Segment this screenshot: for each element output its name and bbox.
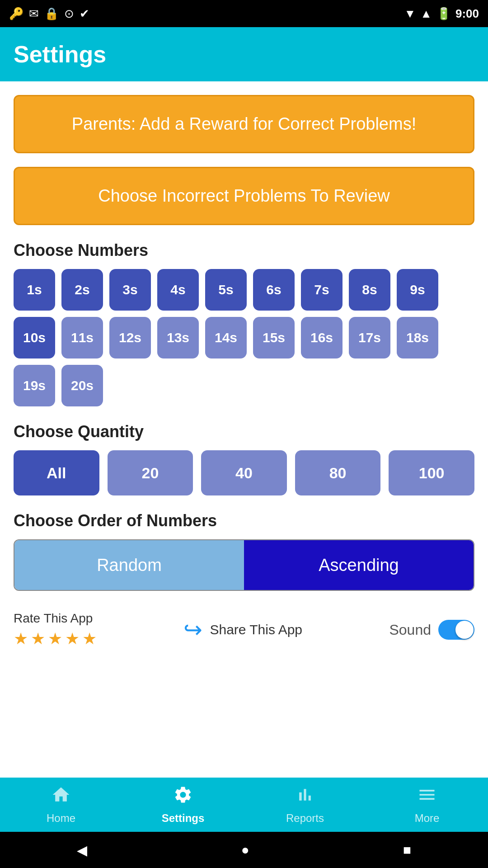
star-1: ★	[14, 629, 28, 648]
page-title: Settings	[14, 41, 106, 67]
choose-order-label: Choose Order of Numbers	[14, 511, 474, 530]
quantity-btn-40[interactable]: 40	[201, 450, 287, 495]
bottom-row: Rate This App ★ ★ ★ ★ ★ ↪ Share This App…	[14, 607, 474, 653]
order-btn-ascending[interactable]: Ascending	[244, 540, 474, 590]
sound-section: Sound	[389, 620, 474, 640]
toggle-knob	[455, 621, 474, 639]
number-btn-20s[interactable]: 20s	[61, 365, 103, 406]
number-btn-17s[interactable]: 17s	[349, 317, 390, 359]
bottom-nav: Home Settings Reports More	[0, 778, 488, 832]
number-grid: 1s 2s 3s 4s 5s 6s 7s 8s 9s 10s 11s 12s 1…	[14, 269, 474, 406]
nav-label-reports: Reports	[286, 812, 324, 825]
nav-item-settings[interactable]: Settings	[122, 785, 244, 825]
nav-item-more[interactable]: More	[366, 785, 488, 825]
main-content: Parents: Add a Reward for Correct Proble…	[0, 81, 488, 778]
recents-button[interactable]: ■	[403, 842, 411, 858]
key-icon: 🔑	[9, 7, 23, 21]
number-btn-16s[interactable]: 16s	[301, 317, 343, 359]
choose-quantity-label: Choose Quantity	[14, 422, 474, 441]
nav-label-home: Home	[47, 812, 75, 825]
number-btn-18s[interactable]: 18s	[397, 317, 438, 359]
review-button[interactable]: Choose Incorrect Problems To Review	[14, 167, 474, 225]
star-3: ★	[48, 629, 62, 648]
star-2: ★	[31, 629, 45, 648]
number-btn-5s[interactable]: 5s	[205, 269, 247, 311]
reward-button[interactable]: Parents: Add a Reward for Correct Proble…	[14, 95, 474, 153]
star-4: ★	[65, 629, 80, 648]
number-btn-11s[interactable]: 11s	[61, 317, 103, 359]
number-btn-10s[interactable]: 10s	[14, 317, 55, 359]
quantity-btn-100[interactable]: 100	[389, 450, 474, 495]
number-btn-3s[interactable]: 3s	[109, 269, 151, 311]
number-btn-14s[interactable]: 14s	[205, 317, 247, 359]
quantity-btn-20[interactable]: 20	[108, 450, 193, 495]
nav-label-more: More	[415, 812, 440, 825]
star-5: ★	[82, 629, 97, 648]
nav-item-reports[interactable]: Reports	[244, 785, 366, 825]
more-icon	[417, 785, 437, 809]
status-icons-right: ▼ ▲ 🔋 9:00	[404, 7, 479, 21]
sound-label: Sound	[389, 622, 431, 638]
rate-section: Rate This App ★ ★ ★ ★ ★	[14, 611, 97, 648]
number-btn-12s[interactable]: 12s	[109, 317, 151, 359]
star-rating[interactable]: ★ ★ ★ ★ ★	[14, 629, 97, 648]
check-icon: ✔	[80, 7, 89, 21]
number-btn-13s[interactable]: 13s	[157, 317, 199, 359]
time-display: 9:00	[455, 7, 479, 21]
number-btn-1s[interactable]: 1s	[14, 269, 55, 311]
number-btn-7s[interactable]: 7s	[301, 269, 343, 311]
battery-icon: 🔋	[436, 7, 451, 21]
order-grid: Random Ascending	[14, 539, 474, 591]
number-btn-19s[interactable]: 19s	[14, 365, 55, 406]
sound-toggle[interactable]	[438, 620, 474, 640]
number-btn-8s[interactable]: 8s	[349, 269, 390, 311]
number-btn-2s[interactable]: 2s	[61, 269, 103, 311]
quantity-btn-80[interactable]: 80	[295, 450, 381, 495]
quantity-btn-all[interactable]: All	[14, 450, 99, 495]
wifi-icon: ▼	[404, 7, 416, 21]
number-btn-4s[interactable]: 4s	[157, 269, 199, 311]
back-button[interactable]: ◀	[77, 842, 87, 858]
share-icon: ↪	[183, 617, 202, 643]
status-icons-left: 🔑 ✉ 🔒 ⊙ ✔	[9, 7, 89, 21]
choose-numbers-label: Choose Numbers	[14, 241, 474, 260]
header: Settings	[0, 27, 488, 81]
share-section[interactable]: ↪ Share This App	[183, 617, 302, 643]
mail-icon: ✉	[29, 7, 39, 21]
home-button[interactable]: ●	[241, 842, 249, 858]
status-bar: 🔑 ✉ 🔒 ⊙ ✔ ▼ ▲ 🔋 9:00	[0, 0, 488, 27]
quantity-grid: All 20 40 80 100	[14, 450, 474, 495]
settings-status-icon: ⊙	[64, 7, 74, 21]
number-btn-9s[interactable]: 9s	[397, 269, 438, 311]
signal-icon: ▲	[420, 7, 432, 21]
rate-label: Rate This App	[14, 611, 93, 626]
settings-icon	[173, 785, 193, 809]
nav-label-settings: Settings	[162, 812, 205, 825]
lock-icon: 🔒	[44, 7, 59, 21]
nav-item-home[interactable]: Home	[0, 785, 122, 825]
order-btn-random[interactable]: Random	[14, 540, 244, 590]
number-btn-6s[interactable]: 6s	[253, 269, 295, 311]
reports-icon	[295, 785, 315, 809]
home-icon	[51, 785, 71, 809]
number-btn-15s[interactable]: 15s	[253, 317, 295, 359]
share-label: Share This App	[210, 622, 302, 637]
android-nav: ◀ ● ■	[0, 832, 488, 868]
